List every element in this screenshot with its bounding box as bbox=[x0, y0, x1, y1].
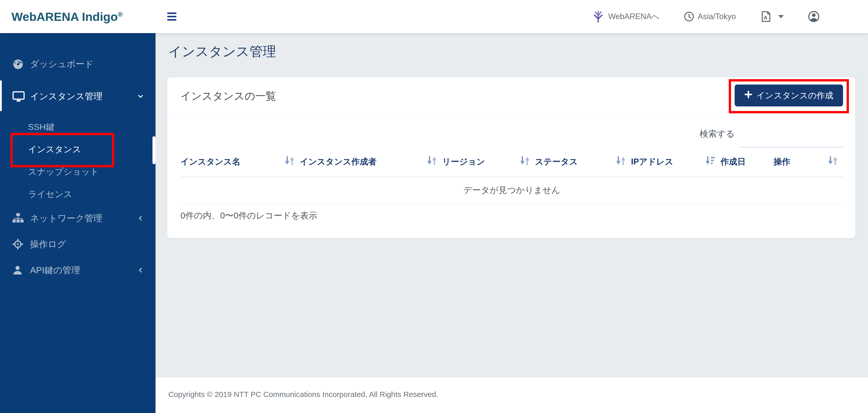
sidebar-scrollbar-thumb[interactable] bbox=[152, 136, 156, 164]
active-item-indicator bbox=[0, 81, 2, 111]
sort-icon bbox=[426, 155, 438, 168]
webarena-icon bbox=[592, 10, 605, 23]
create-instance-button[interactable]: インスタンスの作成 bbox=[735, 85, 843, 107]
table-info-text: 0件の内、0〜0件のレコードを表示 bbox=[181, 210, 317, 222]
main-content: インスタンス管理 インスタンスの一覧 インスタンスの作成 検索する インスタンス… bbox=[156, 33, 868, 377]
brand-logo[interactable]: WebARENA Indigo® bbox=[11, 10, 123, 23]
sidebar-subitem-snapshots[interactable]: スナップショット bbox=[0, 160, 156, 183]
sidebar-item-label: API鍵の管理 bbox=[30, 264, 80, 276]
sidebar: ダッシュボードインスタンス管理SSH鍵インスタンススナップショットライセンスネッ… bbox=[0, 33, 156, 413]
translate-icon: A bbox=[760, 11, 771, 22]
create-instance-button-label: インスタンスの作成 bbox=[756, 90, 833, 101]
sidebar-item-label: ダッシュボード bbox=[30, 58, 94, 70]
sidebar-item-dashboard[interactable]: ダッシュボード bbox=[0, 51, 156, 77]
instance-list-card: インスタンスの一覧 インスタンスの作成 検索する インスタンス名インスタンス作成… bbox=[167, 78, 855, 238]
chevron-left-icon bbox=[137, 266, 144, 274]
table-header-row: インスタンス名インスタンス作成者リージョンステータスIPアドレス作成日操作 bbox=[181, 154, 843, 177]
sidebar-subitem-instances[interactable]: インスタンス bbox=[0, 138, 156, 160]
clock-icon bbox=[684, 11, 694, 22]
sidebar-item-api-keys[interactable]: API鍵の管理 bbox=[0, 257, 156, 283]
header-right-nav: WebARENAへ Asia/Tokyo A bbox=[567, 10, 868, 23]
column-header-ip-address[interactable]: IPアドレス bbox=[631, 154, 720, 177]
card-divider bbox=[167, 115, 855, 115]
column-header-instance-creator[interactable]: インスタンス作成者 bbox=[300, 154, 442, 177]
plus-icon bbox=[744, 90, 752, 100]
sort-desc-icon bbox=[705, 155, 716, 168]
user-icon bbox=[12, 264, 25, 276]
sidebar-item-label: 操作ログ bbox=[30, 238, 66, 250]
sort-icon bbox=[284, 155, 295, 168]
column-header-actions[interactable]: 操作 bbox=[774, 154, 843, 177]
hamburger-menu-icon[interactable] bbox=[167, 10, 183, 23]
card-title: インスタンスの一覧 bbox=[181, 89, 276, 103]
column-label: リージョン bbox=[442, 156, 485, 168]
page-title: インスタンス管理 bbox=[168, 43, 868, 61]
top-header: WebARENA Indigo® WebARENAへ Asia/Tokyo A bbox=[0, 0, 868, 33]
sidebar-item-label: インスタンス管理 bbox=[30, 90, 102, 102]
search-area: 検索する bbox=[700, 127, 844, 147]
sidebar-nav: ダッシュボードインスタンス管理SSH鍵インスタンススナップショットライセンスネッ… bbox=[0, 33, 156, 283]
footer: Copyrights © 2019 NTT PC Communications … bbox=[156, 377, 868, 413]
column-label: 操作 bbox=[774, 156, 790, 168]
sidebar-subitem-licenses[interactable]: ライセンス bbox=[0, 183, 156, 205]
column-header-region[interactable]: リージョン bbox=[442, 154, 535, 177]
sort-icon bbox=[615, 155, 626, 168]
chevron-down-icon bbox=[137, 92, 144, 100]
sidebar-item-instance-management[interactable]: インスタンス管理 bbox=[0, 77, 156, 116]
copyright-text: Copyrights © 2019 NTT PC Communications … bbox=[168, 390, 438, 399]
webarena-link[interactable]: WebARENAへ bbox=[592, 10, 659, 23]
chevron-left-icon bbox=[137, 214, 144, 222]
sidebar-item-network-management[interactable]: ネットワーク管理 bbox=[0, 205, 156, 231]
desktop-icon bbox=[12, 90, 25, 102]
instance-table-wrap: インスタンス名インスタンス作成者リージョンステータスIPアドレス作成日操作 デー… bbox=[181, 154, 843, 204]
column-header-created-date[interactable]: 作成日 bbox=[720, 154, 773, 177]
table-empty-row: データが見つかりません bbox=[181, 177, 843, 204]
sort-icon bbox=[519, 155, 530, 168]
gauge-icon bbox=[12, 58, 25, 70]
sidebar-submenu: SSH鍵インスタンススナップショットライセンス bbox=[0, 116, 156, 205]
instance-table: インスタンス名インスタンス作成者リージョンステータスIPアドレス作成日操作 デー… bbox=[181, 154, 843, 204]
svg-text:A: A bbox=[764, 15, 768, 20]
language-dropdown[interactable]: A bbox=[760, 11, 784, 22]
column-label: IPアドレス bbox=[631, 156, 673, 168]
column-header-instance-name[interactable]: インスタンス名 bbox=[181, 154, 300, 177]
search-label: 検索する bbox=[700, 128, 735, 140]
timezone-selector[interactable]: Asia/Tokyo bbox=[684, 11, 736, 22]
annotation-box-create-button: インスタンスの作成 bbox=[729, 79, 849, 113]
column-label: 作成日 bbox=[720, 156, 746, 168]
column-header-status[interactable]: ステータス bbox=[535, 154, 631, 177]
column-label: インスタンス作成者 bbox=[300, 156, 377, 168]
crosshairs-icon bbox=[12, 238, 25, 250]
sidebar-item-operation-log[interactable]: 操作ログ bbox=[0, 231, 156, 257]
table-empty-message: データが見つかりません bbox=[181, 177, 843, 204]
column-label: インスタンス名 bbox=[181, 156, 241, 168]
registered-mark: ® bbox=[118, 10, 123, 18]
caret-down-icon bbox=[778, 15, 784, 18]
column-label: ステータス bbox=[535, 156, 578, 168]
timezone-label: Asia/Tokyo bbox=[698, 12, 736, 21]
user-menu[interactable] bbox=[808, 11, 819, 22]
sitemap-icon bbox=[12, 212, 25, 224]
sidebar-item-label: ネットワーク管理 bbox=[30, 212, 102, 224]
search-input[interactable] bbox=[739, 127, 844, 147]
logo-wrap: WebARENA Indigo® bbox=[0, 10, 156, 24]
webarena-link-label: WebARENAへ bbox=[608, 11, 659, 22]
avatar-icon bbox=[808, 11, 819, 22]
sort-icon bbox=[827, 155, 838, 168]
sidebar-subitem-ssh-keys[interactable]: SSH鍵 bbox=[0, 116, 156, 138]
